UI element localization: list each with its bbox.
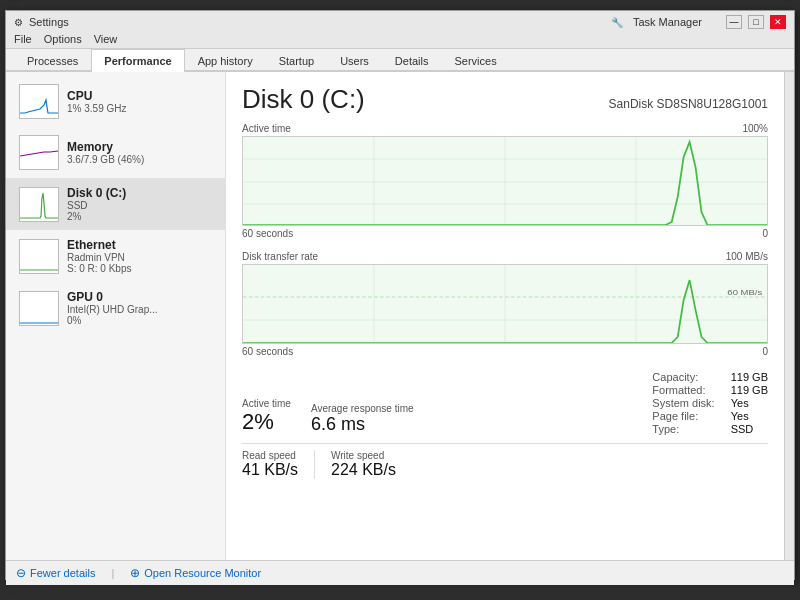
tab-app-history[interactable]: App history [185,49,266,72]
sidebar-cpu-info: CPU 1% 3.59 GHz [67,89,215,114]
write-speed-block: Write speed 224 KB/s [331,450,412,479]
active-time-stat: Active time 2% [242,398,291,435]
disk-mini-chart [19,187,59,222]
tab-services[interactable]: Services [441,49,509,72]
fewer-details-icon: ⊖ [16,566,26,580]
disk-title: Disk 0 (C:) [242,84,365,115]
active-time-value: 2% [242,409,291,435]
main-header: Disk 0 (C:) SanDisk SD8SN8U128G1001 [242,84,768,115]
chart2-time: 60 seconds [242,346,293,357]
sidebar-cpu-sub: 1% 3.59 GHz [67,103,215,114]
menu-options[interactable]: Options [44,33,82,45]
sidebar-gpu-info: GPU 0 Intel(R) UHD Grap... 0% [67,290,215,326]
ethernet-mini-chart [19,239,59,274]
chart1-box [242,136,768,226]
capacity-label: Capacity: [652,371,714,383]
write-speed-label: Write speed [331,450,396,461]
active-time-label: Active time [242,398,291,409]
sidebar-item-ethernet[interactable]: Ethernet Radmin VPN S: 0 R: 0 Kbps [6,230,225,282]
scrollbar[interactable] [784,72,794,560]
svg-rect-4 [20,292,58,325]
chart1-time: 60 seconds [242,228,293,239]
sidebar-memory-name: Memory [67,140,215,154]
sidebar-item-disk[interactable]: Disk 0 (C:) SSD 2% [6,178,225,230]
main-panel: Disk 0 (C:) SanDisk SD8SN8U128G1001 Acti… [226,72,784,560]
read-speed-block: Read speed 41 KB/s [242,450,315,479]
page-file-value: Yes [731,410,768,422]
tabs-bar: Processes Performance App history Startu… [6,49,794,72]
formatted-value: 119 GB [731,384,768,396]
response-time-value: 6.6 ms [311,414,414,435]
sidebar-gpu-sub1: Intel(R) UHD Grap... [67,304,215,315]
minimize-button[interactable]: — [726,15,742,29]
sidebar-item-memory[interactable]: Memory 3.6/7.9 GB (46%) [6,127,225,178]
svg-text:60 MB/s: 60 MB/s [727,288,763,297]
sidebar: CPU 1% 3.59 GHz Memory 3.6/7.9 GB (46%) [6,72,226,560]
maximize-button[interactable]: □ [748,15,764,29]
footer-separator: | [111,567,114,579]
write-speed-value: 224 KB/s [331,461,396,479]
sidebar-memory-sub: 3.6/7.9 GB (46%) [67,154,215,165]
sidebar-ethernet-sub2: S: 0 R: 0 Kbps [67,263,215,274]
footer-bar: ⊖ Fewer details | ⊕ Open Resource Monito… [6,560,794,585]
title-bar: ⚙ Settings 🔧 Task Manager — □ ✕ File Opt… [6,11,794,49]
speed-row: Read speed 41 KB/s Write speed 224 KB/s [242,443,768,479]
response-time-stat: Average response time 6.6 ms [311,403,414,435]
page-file-label: Page file: [652,410,714,422]
chart2-box: 60 MB/s [242,264,768,344]
content-area: CPU 1% 3.59 GHz Memory 3.6/7.9 GB (46%) [6,72,794,560]
close-button[interactable]: ✕ [770,15,786,29]
read-speed-value: 41 KB/s [242,461,298,479]
window-title: Task Manager [633,16,702,28]
window-controls: — □ ✕ [726,15,786,29]
open-resource-monitor-label: Open Resource Monitor [144,567,261,579]
tab-details[interactable]: Details [382,49,442,72]
stats-row: Active time 2% Average response time 6.6… [242,371,768,435]
system-disk-value: Yes [731,397,768,409]
menu-file[interactable]: File [14,33,32,45]
fewer-details-link[interactable]: ⊖ Fewer details [16,566,95,580]
sidebar-item-gpu[interactable]: GPU 0 Intel(R) UHD Grap... 0% [6,282,225,334]
sidebar-cpu-name: CPU [67,89,215,103]
sidebar-ethernet-name: Ethernet [67,238,215,252]
formatted-label: Formatted: [652,384,714,396]
system-disk-label: System disk: [652,397,714,409]
svg-rect-3 [20,240,58,273]
sidebar-gpu-name: GPU 0 [67,290,215,304]
tab-performance[interactable]: Performance [91,49,184,72]
fewer-details-label: Fewer details [30,567,95,579]
sidebar-ethernet-sub1: Radmin VPN [67,252,215,263]
right-stats: Capacity: 119 GB Formatted: 119 GB Syste… [652,371,768,435]
capacity-value: 119 GB [731,371,768,383]
sidebar-item-cpu[interactable]: CPU 1% 3.59 GHz [6,76,225,127]
read-speed-label: Read speed [242,450,298,461]
transfer-rate-section: Disk transfer rate 100 MB/s 60 MB/s [242,251,768,363]
resource-monitor-icon: ⊕ [130,566,140,580]
sidebar-gpu-sub2: 0% [67,315,215,326]
task-manager-window: ⚙ Settings 🔧 Task Manager — □ ✕ File Opt… [5,10,795,580]
sidebar-memory-info: Memory 3.6/7.9 GB (46%) [67,140,215,165]
sidebar-disk-sub2: 2% [67,211,215,222]
sidebar-disk-name: Disk 0 (C:) [67,186,215,200]
tab-startup[interactable]: Startup [266,49,327,72]
chart2-label: Disk transfer rate [242,251,318,262]
type-value: SSD [731,423,768,435]
active-time-section: Active time 100% [242,123,768,245]
chart2-max: 100 MB/s [726,251,768,262]
type-label: Type: [652,423,714,435]
disk-device: SanDisk SD8SN8U128G1001 [609,97,768,111]
sidebar-disk-sub1: SSD [67,200,215,211]
outer-title: Settings [29,16,69,28]
svg-rect-2 [20,188,58,221]
cpu-mini-chart [19,84,59,119]
sidebar-disk-info: Disk 0 (C:) SSD 2% [67,186,215,222]
menu-bar: File Options View [14,31,786,48]
tab-users[interactable]: Users [327,49,382,72]
chart1-max: 100% [742,123,768,134]
chart1-min: 0 [762,228,768,239]
open-resource-monitor-link[interactable]: ⊕ Open Resource Monitor [130,566,261,580]
sidebar-ethernet-info: Ethernet Radmin VPN S: 0 R: 0 Kbps [67,238,215,274]
menu-view[interactable]: View [94,33,118,45]
tab-processes[interactable]: Processes [14,49,91,72]
gpu-mini-chart [19,291,59,326]
